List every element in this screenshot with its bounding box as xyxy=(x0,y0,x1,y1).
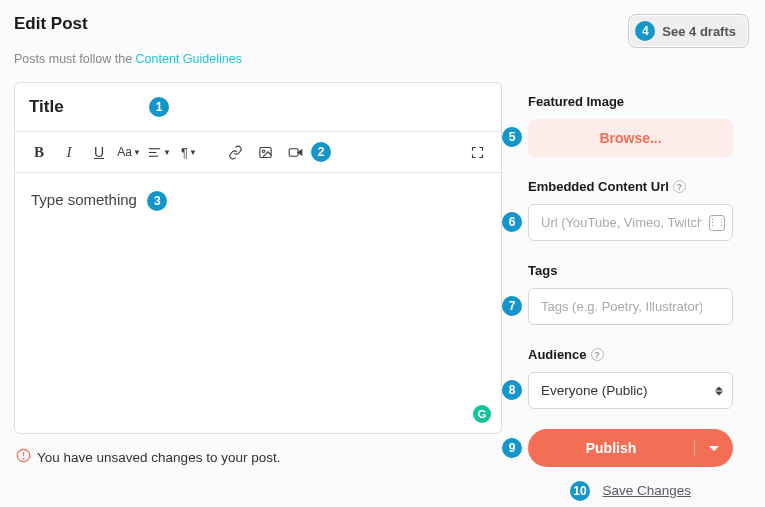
badge-3: 3 xyxy=(147,191,167,211)
page-title: Edit Post xyxy=(14,14,88,34)
see-drafts-label: See 4 drafts xyxy=(662,24,736,39)
badge-7: 7 xyxy=(502,296,522,316)
svg-rect-3 xyxy=(259,147,270,157)
browse-button[interactable]: Browse... xyxy=(528,119,733,157)
help-icon[interactable]: ? xyxy=(673,180,686,193)
align-button[interactable]: ▼ xyxy=(145,138,173,166)
badge-2: 2 xyxy=(311,142,331,162)
help-icon-2[interactable]: ? xyxy=(591,348,604,361)
embed-label-text: Embedded Content Url xyxy=(528,179,669,194)
embed-url-input[interactable] xyxy=(528,204,733,241)
see-drafts-button[interactable]: 4 See 4 drafts xyxy=(628,14,749,48)
text-size-label: Aa xyxy=(117,145,132,159)
badge-8: 8 xyxy=(502,380,522,400)
audience-label: Audience ? xyxy=(528,347,733,362)
fullscreen-button[interactable] xyxy=(463,138,491,166)
publish-button[interactable]: Publish xyxy=(528,429,733,467)
badge-1: 1 xyxy=(149,97,169,117)
editor-toolbar: B I U Aa▼ ▼ ¶▼ 2 xyxy=(15,132,501,173)
image-button[interactable] xyxy=(251,138,279,166)
svg-point-4 xyxy=(262,150,265,153)
tags-input[interactable] xyxy=(528,288,733,325)
unsaved-warning: You have unsaved changes to your post. xyxy=(14,434,502,480)
save-changes-link[interactable]: Save Changes xyxy=(602,483,691,498)
post-title-input[interactable] xyxy=(29,97,149,117)
svg-point-8 xyxy=(23,458,24,459)
editor-card: 1 B I U Aa▼ ▼ ¶▼ 2 Type something 3 G xyxy=(14,82,502,434)
publish-label: Publish xyxy=(528,440,695,456)
embed-icon: ⋮⋮ xyxy=(709,215,725,231)
svg-rect-5 xyxy=(289,148,298,156)
warning-icon xyxy=(16,448,31,466)
tags-label: Tags xyxy=(528,263,733,278)
publish-dropdown[interactable] xyxy=(695,446,733,451)
embed-label: Embedded Content Url ? xyxy=(528,179,733,194)
badge-4: 4 xyxy=(635,21,655,41)
video-button[interactable] xyxy=(281,138,309,166)
italic-button[interactable]: I xyxy=(55,138,83,166)
text-size-button[interactable]: Aa▼ xyxy=(115,138,143,166)
guidelines-prefix: Posts must follow the xyxy=(14,52,136,66)
audience-label-text: Audience xyxy=(528,347,587,362)
underline-button[interactable]: U xyxy=(85,138,113,166)
guidelines-note: Posts must follow the Content Guidelines xyxy=(0,52,765,82)
grammarly-icon[interactable]: G xyxy=(473,405,491,423)
unsaved-text: You have unsaved changes to your post. xyxy=(37,450,280,465)
paragraph-button[interactable]: ¶▼ xyxy=(175,138,203,166)
content-placeholder: Type something xyxy=(31,191,137,208)
link-button[interactable] xyxy=(221,138,249,166)
featured-image-label: Featured Image xyxy=(528,94,733,109)
badge-5: 5 xyxy=(502,127,522,147)
bold-button[interactable]: B xyxy=(25,138,53,166)
audience-select[interactable]: Everyone (Public) xyxy=(528,372,733,409)
badge-9: 9 xyxy=(502,438,522,458)
badge-6: 6 xyxy=(502,212,522,232)
content-guidelines-link[interactable]: Content Guidelines xyxy=(136,52,242,66)
editor-content[interactable]: Type something 3 G xyxy=(15,173,501,433)
badge-10: 10 xyxy=(570,481,590,501)
